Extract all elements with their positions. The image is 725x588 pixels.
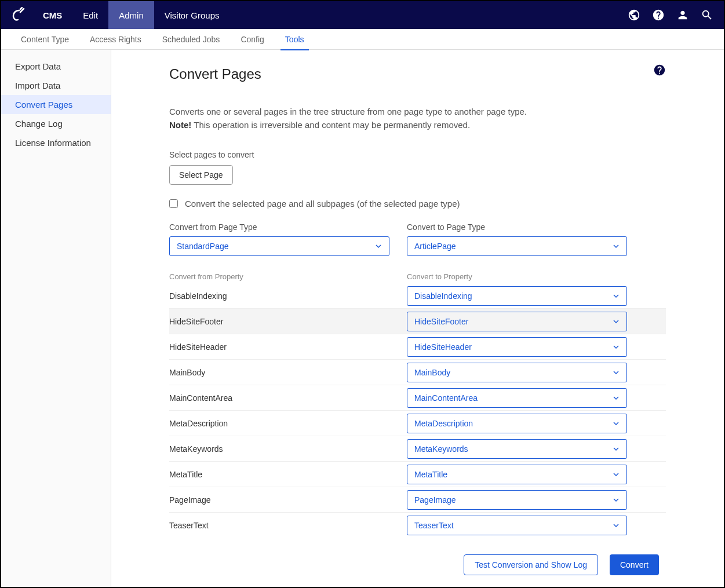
property-from: DisableIndexing	[169, 291, 389, 301]
property-to-value: HideSiteHeader	[414, 342, 472, 352]
page-description-2: Note! This operation is irreversible and…	[169, 119, 666, 132]
note-label: Note!	[169, 120, 191, 130]
property-to-select[interactable]: MetaKeywords	[407, 439, 627, 459]
property-row: MainBodyMainBody	[169, 360, 666, 385]
page-help-icon[interactable]	[653, 64, 666, 76]
sidebar-item-convert-pages[interactable]: Convert Pages	[1, 95, 111, 114]
sidebar-item-import-data[interactable]: Import Data	[1, 76, 111, 95]
property-row: MetaKeywordsMetaKeywords	[169, 436, 666, 462]
chevron-down-icon	[375, 243, 382, 250]
property-to-select[interactable]: MainBody	[407, 363, 627, 382]
test-conversion-button[interactable]: Test Conversion and Show Log	[464, 554, 598, 575]
to-property-header: Convert to Property	[407, 272, 627, 281]
note-text: This operation is irreversible and conte…	[191, 120, 470, 130]
property-to-select[interactable]: MetaTitle	[407, 465, 627, 484]
sidebar-item-export-data[interactable]: Export Data	[1, 57, 111, 76]
chevron-down-icon	[613, 369, 620, 376]
top-navbar: CMSEditAdminVisitor Groups	[1, 1, 724, 29]
property-from: MetaTitle	[169, 470, 389, 479]
property-row: MainContentAreaMainContentArea	[169, 385, 666, 411]
property-from: MainBody	[169, 368, 389, 377]
from-type-value: StandardPage	[177, 242, 229, 251]
property-row: HideSiteHeaderHideSiteHeader	[169, 334, 666, 360]
property-to-value: DisableIndexing	[414, 291, 472, 301]
property-from: MetaDescription	[169, 419, 389, 428]
property-to-value: MainContentArea	[414, 393, 478, 403]
chevron-down-icon	[613, 496, 620, 503]
topnav-item-edit[interactable]: Edit	[72, 1, 108, 29]
subnav-item-content-type[interactable]: Content Type	[10, 29, 79, 50]
property-from: PageImage	[169, 495, 389, 505]
chevron-down-icon	[613, 522, 620, 529]
topnav-item-cms[interactable]: CMS	[32, 1, 72, 29]
chevron-down-icon	[613, 420, 620, 427]
topnav-item-visitor-groups[interactable]: Visitor Groups	[154, 1, 230, 29]
chevron-down-icon	[613, 471, 620, 478]
from-type-select[interactable]: StandardPage	[169, 236, 389, 256]
convert-button[interactable]: Convert	[610, 554, 659, 575]
property-from: MainContentArea	[169, 393, 389, 403]
subnav-item-scheduled-jobs[interactable]: Scheduled Jobs	[152, 29, 231, 50]
property-to-select[interactable]: PageImage	[407, 490, 627, 510]
property-from: HideSiteHeader	[169, 342, 389, 352]
sidebar-item-license-information[interactable]: License Information	[1, 133, 111, 152]
chevron-down-icon	[613, 445, 620, 452]
property-from: TeaserText	[169, 521, 389, 530]
property-to-select[interactable]: MainContentArea	[407, 388, 627, 408]
chevron-down-icon	[613, 318, 620, 325]
property-to-value: MetaKeywords	[414, 444, 468, 454]
sidebar: Export DataImport DataConvert PagesChang…	[1, 50, 111, 587]
user-icon[interactable]	[671, 1, 695, 29]
chevron-down-icon	[613, 395, 620, 401]
property-to-select[interactable]: TeaserText	[407, 516, 627, 535]
from-type-label: Convert from Page Type	[169, 222, 389, 232]
search-icon[interactable]	[695, 1, 719, 29]
to-type-select[interactable]: ArticlePage	[407, 236, 627, 256]
property-to-value: PageImage	[414, 495, 456, 505]
chevron-down-icon	[613, 344, 620, 350]
sidebar-item-change-log[interactable]: Change Log	[1, 114, 111, 133]
to-type-value: ArticlePage	[414, 242, 456, 251]
property-to-select[interactable]: DisableIndexing	[407, 286, 627, 306]
from-property-header: Convert from Property	[169, 272, 389, 281]
main-content: Convert Pages Converts one or several pa…	[111, 50, 724, 587]
property-row: TeaserTextTeaserText	[169, 513, 666, 538]
select-pages-label: Select pages to convert	[169, 150, 666, 159]
subnav-item-access-rights[interactable]: Access Rights	[79, 29, 152, 50]
property-to-value: MetaDescription	[414, 419, 473, 428]
property-row: MetaDescriptionMetaDescription	[169, 411, 666, 436]
topnav-item-admin[interactable]: Admin	[108, 1, 154, 29]
page-title: Convert Pages	[169, 66, 666, 82]
chevron-down-icon	[613, 293, 620, 300]
property-to-value: HideSiteFooter	[414, 317, 468, 326]
chevron-down-icon	[613, 243, 620, 250]
property-to-select[interactable]: HideSiteFooter	[407, 312, 627, 331]
sub-navbar: Content TypeAccess RightsScheduled JobsC…	[1, 29, 724, 50]
property-row: PageImagePageImage	[169, 487, 666, 513]
subnav-item-tools[interactable]: Tools	[275, 29, 315, 50]
property-row: MetaTitleMetaTitle	[169, 462, 666, 487]
property-to-value: MainBody	[414, 368, 450, 377]
include-subpages-label[interactable]: Convert the selected page and all subpag…	[185, 199, 460, 209]
globe-icon[interactable]	[622, 1, 646, 29]
property-from: HideSiteFooter	[169, 317, 389, 326]
select-page-button[interactable]: Select Page	[169, 165, 233, 185]
to-type-label: Convert to Page Type	[407, 222, 627, 232]
include-subpages-checkbox[interactable]	[169, 199, 178, 208]
property-to-select[interactable]: HideSiteHeader	[407, 337, 627, 357]
property-from: MetaKeywords	[169, 444, 389, 454]
property-to-select[interactable]: MetaDescription	[407, 414, 627, 433]
property-to-value: MetaTitle	[414, 470, 447, 479]
subnav-item-config[interactable]: Config	[230, 29, 274, 50]
page-description-1: Converts one or several pages in the tre…	[169, 105, 666, 119]
property-to-value: TeaserText	[414, 521, 454, 530]
brand-logo[interactable]	[1, 1, 32, 29]
property-row: DisableIndexingDisableIndexing	[169, 283, 666, 309]
help-icon[interactable]	[646, 1, 671, 29]
property-row: HideSiteFooterHideSiteFooter	[169, 309, 666, 334]
